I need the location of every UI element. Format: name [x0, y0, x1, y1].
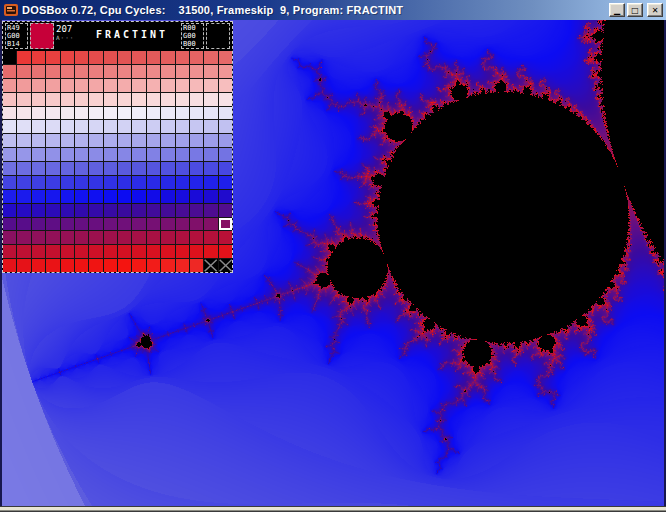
palette-cell[interactable] [176, 134, 189, 147]
palette-cell[interactable] [204, 190, 217, 203]
palette-cell[interactable] [3, 107, 16, 120]
palette-cell[interactable] [132, 218, 145, 231]
palette-cell[interactable] [147, 259, 160, 272]
palette-cell[interactable] [190, 79, 203, 92]
palette-cell[interactable] [104, 79, 117, 92]
palette-cell[interactable] [32, 204, 45, 217]
palette-cell[interactable] [132, 65, 145, 78]
palette-cell[interactable] [75, 231, 88, 244]
palette-cell[interactable] [161, 245, 174, 258]
palette-cell[interactable] [190, 218, 203, 231]
palette-cell[interactable] [104, 204, 117, 217]
palette-cell[interactable] [219, 65, 232, 78]
palette-cell[interactable] [3, 259, 16, 272]
palette-cell[interactable] [176, 245, 189, 258]
palette-cell[interactable] [32, 65, 45, 78]
palette-cell[interactable] [161, 162, 174, 175]
palette-cell[interactable] [132, 134, 145, 147]
palette-cell[interactable] [3, 190, 16, 203]
palette-cell[interactable] [147, 79, 160, 92]
palette-cell[interactable] [3, 51, 16, 64]
palette-cell[interactable] [61, 204, 74, 217]
palette-cell[interactable] [118, 79, 131, 92]
palette-cell[interactable] [61, 134, 74, 147]
palette-cell[interactable] [3, 245, 16, 258]
palette-cell[interactable] [17, 120, 30, 133]
palette-cell[interactable] [204, 231, 217, 244]
palette-cell[interactable] [32, 176, 45, 189]
palette-cell[interactable] [161, 107, 174, 120]
palette-cell[interactable] [176, 162, 189, 175]
palette-cell[interactable] [104, 245, 117, 258]
palette-cell[interactable] [161, 259, 174, 272]
palette-cell[interactable] [61, 162, 74, 175]
palette-cell[interactable] [176, 176, 189, 189]
palette-cell[interactable] [46, 162, 59, 175]
palette-cell[interactable] [147, 65, 160, 78]
palette-cell[interactable] [89, 204, 102, 217]
palette-cell[interactable] [61, 218, 74, 231]
palette-cell[interactable] [176, 190, 189, 203]
palette-cell[interactable] [32, 93, 45, 106]
palette-cell[interactable] [75, 218, 88, 231]
minimize-button[interactable]: ▁ [609, 3, 625, 17]
palette-cell[interactable] [46, 259, 59, 272]
palette-cell[interactable] [89, 65, 102, 78]
palette-cell[interactable] [104, 120, 117, 133]
secondary-color-swatch[interactable] [206, 23, 230, 49]
palette-cell[interactable] [190, 93, 203, 106]
palette-cell[interactable] [75, 245, 88, 258]
palette-cell[interactable] [147, 107, 160, 120]
palette-cell[interactable] [3, 65, 16, 78]
palette-cell[interactable] [75, 148, 88, 161]
palette-cell[interactable] [147, 148, 160, 161]
palette-cell[interactable] [118, 134, 131, 147]
palette-cell[interactable] [147, 190, 160, 203]
palette-cell[interactable] [3, 120, 16, 133]
palette-cell[interactable] [204, 259, 217, 272]
palette-cell[interactable] [104, 176, 117, 189]
palette-cell[interactable] [32, 190, 45, 203]
palette-cell[interactable] [17, 231, 30, 244]
palette-cell[interactable] [147, 51, 160, 64]
palette-cell[interactable] [147, 134, 160, 147]
palette-cell[interactable] [161, 148, 174, 161]
palette-cell[interactable] [89, 134, 102, 147]
palette-cell[interactable] [32, 162, 45, 175]
palette-cell[interactable] [190, 65, 203, 78]
palette-cell[interactable] [118, 259, 131, 272]
palette-cell[interactable] [204, 162, 217, 175]
palette-cell[interactable] [3, 148, 16, 161]
palette-cell[interactable] [104, 93, 117, 106]
palette-cell[interactable] [3, 134, 16, 147]
palette-cell[interactable] [104, 51, 117, 64]
palette-cell[interactable] [89, 176, 102, 189]
palette-cell[interactable] [190, 162, 203, 175]
palette-cell[interactable] [147, 204, 160, 217]
palette-cell[interactable] [89, 107, 102, 120]
palette-cell[interactable] [17, 93, 30, 106]
palette-cell[interactable] [147, 176, 160, 189]
palette-cell[interactable] [61, 176, 74, 189]
palette-cell[interactable] [17, 218, 30, 231]
palette-cell[interactable] [204, 120, 217, 133]
palette-cell[interactable] [219, 51, 232, 64]
palette-cell[interactable] [75, 65, 88, 78]
palette-cell[interactable] [118, 218, 131, 231]
palette-cell[interactable] [32, 79, 45, 92]
palette-cell[interactable] [3, 204, 16, 217]
palette-cell[interactable] [219, 190, 232, 203]
palette-cell[interactable] [176, 259, 189, 272]
palette-cell[interactable] [17, 162, 30, 175]
palette-cell[interactable] [17, 245, 30, 258]
palette-cell[interactable] [190, 148, 203, 161]
palette-cell[interactable] [190, 204, 203, 217]
palette-cell[interactable] [219, 259, 232, 272]
palette-cell[interactable] [118, 148, 131, 161]
palette-cell[interactable] [176, 148, 189, 161]
palette-cell[interactable] [132, 245, 145, 258]
titlebar[interactable]: DOSBox 0.72, Cpu Cycles: 31500, Frameski… [0, 0, 666, 20]
palette-cell[interactable] [75, 51, 88, 64]
palette-cell[interactable] [118, 190, 131, 203]
palette-cell[interactable] [3, 176, 16, 189]
